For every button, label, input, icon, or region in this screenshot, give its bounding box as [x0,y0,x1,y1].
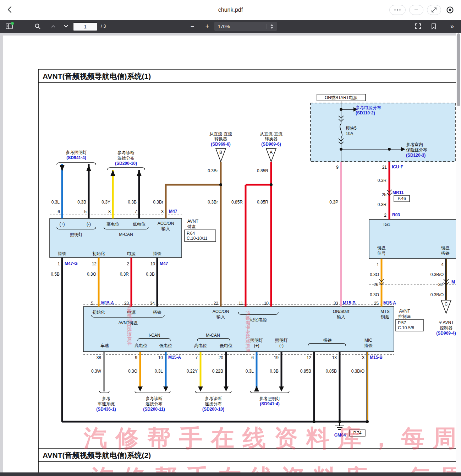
diagram-text: 从直流-直流 [260,131,282,136]
diagram-text: 0.3O [370,292,379,297]
connector-letter: A [270,150,273,155]
diagram-text: 搭铁 [441,251,450,256]
diagram-text: 0.3Y [101,200,110,205]
diagram-text: 25 [382,192,387,197]
diagram-text: P.64 [187,231,195,236]
diagram-text: 低电位 [159,343,172,348]
expand-diagonal-icon [431,7,437,13]
diagram-text: AVNT(音频视频导航电信)系统(1) [43,72,151,80]
diagram-text: 控制器 [398,314,411,319]
diagram-text: 0.3L [51,200,60,205]
diagram-text: 32 [438,282,443,287]
diagram-text: M15-A [168,355,181,360]
presentation-mode-button[interactable] [412,21,424,31]
diagram-text: 0.3O [370,272,379,277]
more-options-button[interactable] [389,5,406,15]
current-view-button[interactable] [428,21,439,31]
find-button[interactable] [32,21,43,31]
arrow-marker [279,386,284,391]
diagram-text: 0.85R [231,200,243,205]
diagram-text: 0.3B [77,200,86,205]
diagram-text: 输入 [216,314,225,319]
zoom-level-select[interactable]: 170% [214,22,277,31]
junction-dot [366,420,369,423]
diagram-text: 高电位 [135,343,147,348]
zoom-out-button[interactable]: − [187,21,198,31]
watermark-text: 汽修帮手在线资料库，每周 [90,465,456,472]
diagram-text: 转换器 [214,136,227,141]
diagram-text: (SD200-10) [202,407,224,412]
bookmark-icon [431,23,437,29]
diagram-text: (SD969-6) [261,142,281,147]
watermark-text: 汽修帮手在线资料库 [245,311,251,353]
arrow-marker [198,386,203,391]
diagram-text: 参考室内 [406,142,423,147]
sidebar-toggle-button[interactable] [4,21,15,31]
zoom-level-value: 170% [218,24,230,29]
diagram-text: 搭铁 [364,343,373,348]
vertical-scrollbar[interactable] [456,33,461,472]
diagram-text: 搭铁 [153,310,161,315]
scrollbar-thumb[interactable] [457,33,460,106]
diagram-text: AVNT(音频视频导航电信)系统(2) [43,451,151,459]
diagram-text: 25 [374,301,379,306]
diagram-text: 低电位 [133,222,146,227]
diagram-text: (SD436-1) [96,407,116,412]
diagram-text: (-) [279,343,284,348]
diagram-text: (-) [87,222,91,227]
window-controls [389,5,455,15]
diagram-text: M15-A [383,301,396,305]
diagram-text: 钥匙 [380,314,389,319]
more-tools-button[interactable]: » [446,21,458,31]
diagram-text: 参考 [102,396,110,401]
diagram-text: M-CAN [206,333,220,338]
diagram-text: 0.3O [128,369,137,374]
diagram-text: (SD941-4) [66,155,86,160]
diagram-text: 照明灯 [70,232,83,237]
diagram-text: 搭铁 [153,251,161,256]
chevron-up-icon [50,24,56,28]
resize-window-button[interactable] [427,5,441,15]
diagram-text: 33 [334,301,339,306]
diagram-text: 参考照明灯 [66,150,87,155]
watermark-text: 汽修帮手在线资料库，每周 [83,425,456,451]
arrow-marker [110,170,115,176]
diagram-text: IG1 [383,222,390,227]
diagram-text: 21 [382,165,387,170]
diagram-text: 3 [362,355,364,360]
app-window: chunk.pdf [0,0,461,476]
diagram-text: 26 [374,282,379,287]
zoom-in-button[interactable]: + [202,21,213,31]
previous-page-button[interactable] [48,21,59,31]
diagram-text: 电源 [127,251,136,256]
diagram-text: (SD969-4) [436,331,456,336]
diagram-text: 0.3R [378,202,387,207]
diagram-text: 7 [195,355,198,360]
page-number-input[interactable] [73,22,97,31]
diagram-text: 高电位 [194,343,207,348]
diagram-text: 2 [127,261,129,266]
watermark-text: 汽修帮手在线资料库 [127,304,132,346]
diagram-text: 3 [161,209,164,214]
diagram-text: AVNT [187,219,199,224]
diagram-text: 保险丝分布 [406,147,427,152]
diagram-text: 10 [264,301,269,306]
diagram-text: 4 [441,262,444,267]
diagram-text: 19 [274,355,279,360]
minimize-button[interactable] [409,5,423,15]
diagram-text: 0.22Y [187,369,198,374]
junction-dot [219,183,222,186]
diagram-text: 0.5B [51,272,60,277]
diagram-text: 10A [346,131,353,136]
next-page-button[interactable] [60,21,72,31]
record-button[interactable] [445,5,455,15]
diagram-text: 记忆电源 [250,317,267,322]
search-icon [34,23,41,29]
diagram-text: 12 [307,355,312,360]
diagram-text: 0.3L [155,369,163,374]
ellipsis-icon [394,9,401,11]
diagram-text: (SD200-10) [115,161,137,166]
diagram-text: 参考诊断 [146,396,163,401]
diagram-text: M15-B [370,355,383,360]
diagram-text: 0.3W [91,369,101,374]
